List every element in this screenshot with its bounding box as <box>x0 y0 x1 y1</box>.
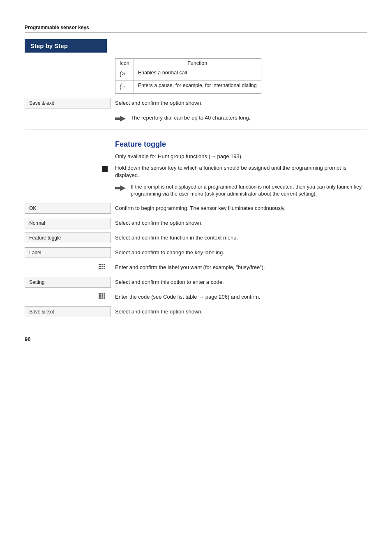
setting-desc: Select and confirm this option to enter … <box>111 277 367 286</box>
step-save-exit-final-row: Save & exit Select and confirm the optio… <box>25 306 367 318</box>
svg-rect-23 <box>100 293 101 295</box>
hold-desc: Hold down the sensor key to which a func… <box>111 164 367 179</box>
svg-rect-11 <box>100 264 101 265</box>
svg-rect-10 <box>99 264 100 265</box>
save-exit-final-desc: Select and confirm the option shown. <box>111 306 367 315</box>
step-code-input-row: Enter the code (see Code list table → pa… <box>25 292 367 303</box>
ok-key: OK <box>25 203 111 214</box>
keyboard-icon-1-container <box>25 262 111 271</box>
svg-rect-33 <box>104 297 105 299</box>
step-by-step-box: Step by Step <box>25 39 107 53</box>
pause-icon: (¬ <box>120 83 129 90</box>
svg-rect-28 <box>102 295 103 297</box>
svg-rect-13 <box>104 264 105 265</box>
label-key: Label <box>25 247 111 258</box>
page-header: Programmable sensor keys <box>25 25 367 32</box>
arrow-icon-2 <box>115 184 128 192</box>
note-repertory: The repertory dial can be up to 40 chara… <box>115 114 367 122</box>
step-ok-row: OK Confirm to begin programming. The sen… <box>25 203 367 214</box>
col-icon: Icon <box>115 59 134 68</box>
save-exit-key-1: Save & exit <box>25 98 111 108</box>
phone-forward-icon: (» <box>120 70 129 77</box>
table-row: (» Enables a normal call <box>115 68 261 81</box>
feature-toggle-desc: Select and confirm the function in the c… <box>111 233 367 242</box>
icon-cell-2: (¬ <box>115 81 134 94</box>
keyboard-icon-1 <box>99 264 108 271</box>
feature-toggle-intro: Only available for Hunt group functions … <box>115 153 367 160</box>
svg-rect-25 <box>104 293 105 295</box>
save-exit-final-key: Save & exit <box>25 306 111 317</box>
black-square-bullet <box>102 166 108 172</box>
keyboard-icon-2-container <box>25 292 111 301</box>
save-exit-desc-1: Select and confirm the option shown. <box>111 98 367 107</box>
svg-rect-3 <box>117 117 118 120</box>
svg-text:(»: (» <box>120 70 125 77</box>
svg-marker-9 <box>120 185 126 191</box>
ok-desc: Confirm to begin programming. The sensor… <box>111 203 367 212</box>
svg-rect-12 <box>102 264 103 265</box>
svg-rect-30 <box>99 297 100 299</box>
step-feature-toggle-row: Feature toggle Select and confirm the fu… <box>25 233 367 244</box>
svg-rect-4 <box>118 117 120 120</box>
svg-rect-6 <box>115 187 117 189</box>
svg-rect-16 <box>102 266 103 267</box>
svg-rect-22 <box>99 293 100 295</box>
svg-rect-31 <box>100 297 101 299</box>
save-exit-row-1: Save & exit Select and confirm the optio… <box>25 98 367 109</box>
normal-key: Normal <box>25 218 111 228</box>
svg-rect-8 <box>118 187 120 189</box>
code-input-desc: Enter the code (see Code list table → pa… <box>111 292 367 301</box>
normal-desc: Select and confirm the option shown. <box>111 218 367 227</box>
setting-key: Setting <box>25 277 111 288</box>
svg-rect-17 <box>104 266 105 267</box>
icon-cell-1: (» <box>115 68 134 81</box>
svg-rect-14 <box>99 266 100 267</box>
icon-function-table: Icon Function (» Enables a normal call <box>115 58 261 94</box>
svg-text:(¬: (¬ <box>120 83 126 90</box>
svg-rect-18 <box>99 268 100 269</box>
arrow-icon-1 <box>115 114 128 122</box>
col-function: Function <box>134 59 261 68</box>
function-cell-2: Enters a pause, for example, for interna… <box>134 81 261 94</box>
label-input-desc: Enter and confirm the label you want (fo… <box>111 262 367 271</box>
svg-rect-20 <box>102 268 103 269</box>
page-number: 96 <box>25 336 367 342</box>
svg-rect-32 <box>102 297 103 299</box>
feature-toggle-title: Feature toggle <box>115 140 367 149</box>
function-cell-1: Enables a normal call <box>134 68 261 81</box>
note-prompt: If the prompt is not displayed or a prog… <box>115 184 367 198</box>
step-label-input-row: Enter and confirm the label you want (fo… <box>25 262 367 274</box>
svg-rect-26 <box>99 295 100 297</box>
svg-rect-7 <box>117 187 118 189</box>
svg-rect-15 <box>100 266 101 267</box>
svg-marker-5 <box>120 116 126 122</box>
step-label-row: Label Select and confirm to change the k… <box>25 247 367 259</box>
feature-toggle-key: Feature toggle <box>25 233 111 243</box>
svg-rect-27 <box>100 295 101 297</box>
svg-rect-2 <box>115 117 117 120</box>
label-desc: Select and confirm to change the key lab… <box>111 247 367 256</box>
svg-rect-29 <box>104 295 105 297</box>
divider-1 <box>25 129 367 129</box>
svg-rect-24 <box>102 293 103 295</box>
keyboard-icon-2 <box>99 293 108 301</box>
svg-rect-19 <box>100 268 101 269</box>
step-normal-row: Normal Select and confirm the option sho… <box>25 218 367 229</box>
step-setting-row: Setting Select and confirm this option t… <box>25 277 367 288</box>
table-row: (¬ Enters a pause, for example, for inte… <box>115 81 261 94</box>
svg-rect-21 <box>104 268 105 269</box>
